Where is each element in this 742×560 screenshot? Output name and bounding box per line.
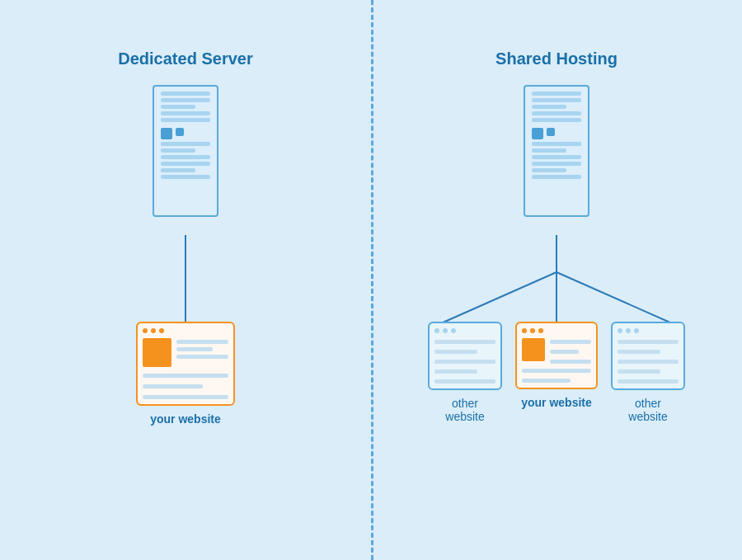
browser-image <box>522 338 545 361</box>
browser-text-line <box>522 369 591 373</box>
browser-text-line <box>434 340 495 344</box>
divider <box>371 0 373 560</box>
browser-text-line <box>550 340 591 344</box>
server-line <box>532 142 581 146</box>
server-line <box>161 92 210 96</box>
browser-text-line <box>618 360 679 364</box>
server-square <box>161 128 172 139</box>
left-panel: Dedicated Server <box>0 0 371 560</box>
right-website-label: your website <box>521 396 592 409</box>
browser-dot <box>159 328 164 333</box>
browser-dot <box>618 328 622 333</box>
browser-text-line <box>550 360 591 364</box>
browser-text-line <box>176 347 213 351</box>
server-line <box>532 168 566 172</box>
browser-text-line <box>434 379 495 384</box>
right-panel: Shared Hosting <box>371 0 742 560</box>
server-line <box>532 175 581 179</box>
server-line <box>532 111 581 115</box>
your-browser-center <box>515 322 598 389</box>
right-server-wrap <box>524 85 589 217</box>
server-line <box>161 168 195 172</box>
browser-text-line <box>143 395 228 399</box>
left-other-browser-wrap: otherwebsite <box>428 322 502 423</box>
server-line <box>161 175 210 179</box>
browser-dot <box>634 328 639 333</box>
left-server-wrap <box>153 85 218 217</box>
left-browser-box <box>136 322 235 406</box>
browser-titlebar <box>618 328 679 333</box>
server-line <box>161 111 210 115</box>
right-other-browser-wrap: otherwebsite <box>611 322 685 423</box>
server-line <box>532 92 581 96</box>
browser-text-line <box>434 350 477 354</box>
left-other-label: otherwebsite <box>445 397 484 423</box>
browser-dot <box>530 328 535 333</box>
left-connector-svg <box>0 0 371 560</box>
browser-content <box>143 338 228 367</box>
browser-dot <box>434 328 439 333</box>
browser-text-line <box>618 379 679 384</box>
left-server-tower <box>153 85 218 217</box>
diagram-container: Dedicated Server <box>0 0 742 560</box>
other-browser-right <box>611 322 685 390</box>
browser-dot <box>143 328 148 333</box>
server-line <box>161 162 210 166</box>
browser-text-line <box>176 340 228 344</box>
server-line <box>532 118 581 122</box>
browser-text-line <box>434 360 495 364</box>
browser-dot <box>443 328 448 333</box>
server-line <box>532 162 581 166</box>
server-line <box>532 105 566 109</box>
right-panel-title: Shared Hosting <box>495 49 618 68</box>
center-browser-wrap: your website <box>515 322 598 409</box>
server-line <box>161 105 195 109</box>
left-browser-wrap: your website <box>136 322 235 426</box>
server-line <box>161 155 210 159</box>
browser-titlebar <box>434 328 495 333</box>
browser-text-lines <box>176 338 228 367</box>
server-line <box>161 118 210 122</box>
browser-text-lines <box>550 338 591 364</box>
browser-content <box>522 338 591 364</box>
right-other-label: otherwebsite <box>628 397 667 423</box>
browser-text-line <box>434 369 477 374</box>
browser-text-lines <box>618 338 679 384</box>
browser-text-lines <box>434 338 495 384</box>
browser-text-line <box>522 379 571 383</box>
right-server-tower <box>524 85 589 217</box>
server-line <box>532 148 566 153</box>
server-square <box>547 128 555 136</box>
server-squares <box>161 128 210 139</box>
left-website-label: your website <box>150 412 221 426</box>
server-square <box>176 128 184 136</box>
browser-text-line <box>618 369 660 374</box>
browser-text-line <box>176 355 228 359</box>
browser-bottom-lines <box>522 367 591 383</box>
browser-dot <box>522 328 527 333</box>
browser-bottom-lines <box>143 372 228 399</box>
browser-image <box>143 338 171 367</box>
server-line <box>532 155 581 159</box>
server-line <box>161 142 210 146</box>
server-squares <box>532 128 581 139</box>
browser-dot <box>626 328 631 333</box>
right-connector-svg <box>371 0 742 560</box>
browser-text-line <box>143 384 203 388</box>
server-line <box>161 98 210 102</box>
browser-text-line <box>618 340 679 344</box>
server-square <box>532 128 543 139</box>
browser-dot <box>151 328 156 333</box>
browser-text-line <box>143 374 228 378</box>
browser-titlebar <box>143 328 228 333</box>
other-browser-left <box>428 322 502 390</box>
svg-line-2 <box>441 272 556 323</box>
browser-dot <box>538 328 543 333</box>
browser-text-line <box>550 350 579 354</box>
browser-text-line <box>618 350 660 354</box>
left-panel-title: Dedicated Server <box>118 49 252 68</box>
browser-dot <box>451 328 456 333</box>
server-line <box>161 148 195 153</box>
svg-line-4 <box>556 272 672 323</box>
right-browsers-row: otherwebsite <box>428 322 685 423</box>
